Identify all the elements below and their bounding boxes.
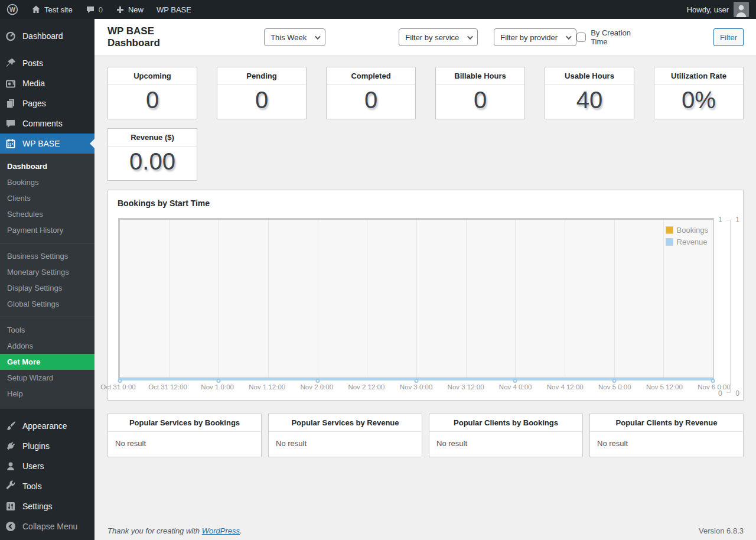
right-y-axes: 1 1 0 0 bbox=[714, 218, 743, 394]
menu-separator bbox=[0, 46, 94, 53]
sidebar-item-pages[interactable]: Pages bbox=[0, 93, 94, 113]
gridline bbox=[367, 220, 367, 378]
chevron-down-icon bbox=[315, 34, 321, 40]
popular-services-by-bookings-panel: Popular Services by Bookings No result bbox=[107, 414, 262, 457]
panel-body: No result bbox=[590, 432, 743, 457]
pushpin-icon bbox=[5, 57, 17, 69]
sidebar-item-settings[interactable]: Settings bbox=[0, 496, 94, 516]
stat-value: 0.00 bbox=[108, 147, 197, 180]
panel-title: Popular Services by Bookings bbox=[108, 414, 261, 432]
sidebar-item-wp-base[interactable]: WP BASE bbox=[0, 134, 94, 154]
stat-card-billable-hours: Billable Hours 0 bbox=[435, 67, 525, 119]
sidebar-item-label: Pages bbox=[22, 99, 46, 108]
gridline bbox=[614, 220, 615, 378]
avatar[interactable] bbox=[734, 2, 749, 17]
gridline bbox=[515, 220, 516, 378]
panel-body: No result bbox=[108, 432, 261, 457]
data-point-marker bbox=[217, 379, 221, 383]
stat-card-usable-hours: Usable Hours 40 bbox=[545, 67, 634, 119]
page-title: WP BASE Dashboard bbox=[107, 25, 208, 49]
admin-bar: W Test site 0 New WP BASE Howdy, user bbox=[0, 0, 756, 19]
submenu-item-addons[interactable]: Addons bbox=[0, 338, 94, 354]
submenu-divider bbox=[0, 243, 94, 243]
x-tick-label: Nov 2 12:00 bbox=[348, 383, 384, 391]
site-name: Test site bbox=[44, 5, 73, 14]
stat-value: 40 bbox=[545, 85, 634, 119]
gridline bbox=[565, 220, 565, 378]
panel-title: Popular Services by Revenue bbox=[269, 414, 422, 432]
sidebar-item-comments[interactable]: Comments bbox=[0, 113, 94, 134]
sidebar-item-tools[interactable]: Tools bbox=[0, 476, 94, 496]
panel-title: Popular Clients by Revenue bbox=[590, 414, 743, 432]
by-creation-time-checkbox[interactable] bbox=[576, 32, 586, 42]
sidebar-item-media[interactable]: Media bbox=[0, 73, 94, 93]
svg-text:W: W bbox=[9, 6, 15, 13]
footer-thanks-suffix: . bbox=[240, 526, 242, 535]
submenu-item-help[interactable]: Help bbox=[0, 386, 94, 402]
submenu-item-global-settings[interactable]: Global Settings bbox=[0, 296, 94, 312]
popular-clients-by-revenue-panel: Popular Clients by Revenue No result bbox=[589, 414, 744, 457]
provider-filter-select[interactable]: Filter by provider bbox=[494, 28, 576, 46]
wp-base-bar-menu[interactable]: WP BASE bbox=[150, 0, 198, 19]
paintbrush-icon bbox=[5, 420, 17, 432]
sidebar-item-label: Plugins bbox=[22, 441, 50, 451]
period-select[interactable]: This Week bbox=[264, 28, 325, 46]
x-tick-label: Oct 31 12:00 bbox=[148, 383, 187, 391]
sidebar-item-users[interactable]: Users bbox=[0, 456, 94, 476]
footer-thanks-prefix: Thank you for creating with bbox=[107, 526, 202, 535]
stat-card-pending: Pending 0 bbox=[217, 67, 307, 119]
sidebar-item-appearance[interactable]: Appearance bbox=[0, 416, 94, 436]
y-axis-tick-label: 1 bbox=[718, 216, 722, 224]
submenu-item-monetary-settings[interactable]: Monetary Settings bbox=[0, 264, 94, 280]
sidebar-item-label: Media bbox=[22, 79, 45, 88]
legend-entry-revenue: Revenue bbox=[666, 238, 708, 246]
sidebar-item-posts[interactable]: Posts bbox=[0, 53, 94, 73]
page-header: WP BASE Dashboard This Week Filter by se… bbox=[94, 19, 756, 56]
service-filter-select[interactable]: Filter by service bbox=[399, 28, 478, 46]
y-axis-tick bbox=[726, 392, 730, 393]
filter-button[interactable]: Filter bbox=[713, 28, 744, 46]
y-axis-tick-label: 0 bbox=[718, 389, 722, 398]
submenu-item-business-settings[interactable]: Business Settings bbox=[0, 248, 94, 264]
wordpress-logo-menu[interactable]: W bbox=[0, 0, 25, 19]
chart-title: Bookings by Start Time bbox=[118, 199, 743, 208]
stat-value: 0 bbox=[108, 85, 197, 119]
sidebar-item-label: Collapse Menu bbox=[22, 522, 77, 531]
panel-body: No result bbox=[269, 432, 422, 457]
chart-legend: Bookings Revenue bbox=[666, 226, 708, 249]
wordpress-link[interactable]: WordPress bbox=[202, 526, 240, 535]
comments-icon bbox=[5, 118, 17, 129]
wp-base-submenu: Dashboard Bookings Clients Schedules Pay… bbox=[0, 154, 94, 409]
submenu-item-get-more[interactable]: Get More bbox=[0, 354, 94, 370]
gridline bbox=[268, 220, 269, 378]
sidebar-item-label: Settings bbox=[22, 502, 53, 511]
collapse-menu-button[interactable]: Collapse Menu bbox=[0, 516, 94, 536]
gridline bbox=[663, 220, 664, 378]
comments-menu[interactable]: 0 bbox=[79, 0, 109, 19]
main-content: WP BASE Dashboard This Week Filter by se… bbox=[94, 19, 756, 540]
sidebar-item-dashboard[interactable]: Dashboard bbox=[0, 26, 94, 46]
data-point-marker bbox=[118, 379, 122, 383]
new-menu[interactable]: New bbox=[109, 0, 150, 19]
popular-panels: Popular Services by Bookings No result P… bbox=[107, 414, 744, 457]
stat-label: Billable Hours bbox=[436, 67, 524, 85]
comments-count: 0 bbox=[99, 5, 103, 14]
submenu-item-schedules[interactable]: Schedules bbox=[0, 206, 94, 222]
home-icon bbox=[31, 5, 41, 14]
sidebar-item-plugins[interactable]: Plugins bbox=[0, 436, 94, 456]
submenu-item-tools[interactable]: Tools bbox=[0, 322, 94, 338]
submenu-item-payment-history[interactable]: Payment History bbox=[0, 222, 94, 238]
howdy-text[interactable]: Howdy, user bbox=[687, 5, 729, 14]
submenu-item-setup-wizard[interactable]: Setup Wizard bbox=[0, 370, 94, 386]
site-name-menu[interactable]: Test site bbox=[25, 0, 79, 19]
menu-separator bbox=[0, 409, 94, 416]
y-axis-tick-label: 1 bbox=[735, 216, 739, 224]
submenu-item-clients[interactable]: Clients bbox=[0, 190, 94, 206]
popular-services-by-revenue-panel: Popular Services by Revenue No result bbox=[268, 414, 422, 457]
submenu-item-dashboard[interactable]: Dashboard bbox=[0, 158, 94, 174]
legend-entry-bookings: Bookings bbox=[666, 226, 708, 235]
submenu-item-bookings[interactable]: Bookings bbox=[0, 174, 94, 190]
x-tick-label: Nov 1 12:00 bbox=[249, 383, 285, 391]
submenu-item-display-settings[interactable]: Display Settings bbox=[0, 280, 94, 296]
bookings-swatch bbox=[666, 226, 673, 234]
